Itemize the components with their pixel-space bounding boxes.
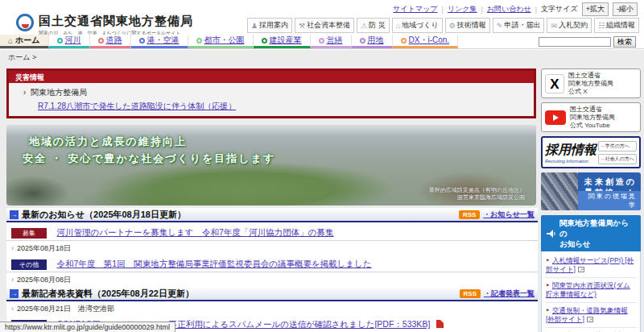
hero-caption-line1: 基幹的広域防災拠点（有明の丘地区）	[429, 186, 525, 193]
sidebar: X 国土交通省 関東地方整備局 公式 X 国土交通省 関東地方整備局 公式 Yo…	[541, 68, 641, 332]
home-icon: ⌂	[8, 36, 13, 45]
list-item: 入札情報サービス(PPI) [外部サイト] ↗	[545, 253, 637, 278]
hero-slogan-line1: 地域の活力と成長の維持向上	[29, 135, 187, 149]
page: サイトマップ| リンク集| お問い合わせ| 文字サイズ +拡大 -縮小 国土交通…	[0, 0, 644, 332]
disaster-info-box: 災害情報 関東地方整備局 R7.1.28八潮市で発生した道路陥没に伴う体制（応援…	[6, 68, 536, 118]
quick-button-label: 組織情報	[606, 20, 635, 31]
nav-tab-roads[interactable]: 道路	[90, 35, 131, 48]
hero-slogan-line2: 安全 ・ 安心で豊かな社会づくりを目指します	[23, 151, 275, 166]
x-banner-line3: 公式 X	[568, 88, 588, 95]
recruit-banner-title: 採用情報	[545, 142, 597, 159]
pdf-icon	[436, 320, 444, 328]
nav-tab-construction[interactable]: 建設産業	[254, 35, 311, 48]
nav-link[interactable]: 用地	[368, 35, 384, 46]
bid-info-link[interactable]: 入札情報サービス(PPI) [外部サイト]	[546, 256, 634, 273]
quick-button-label: 申請・届出	[504, 20, 540, 31]
river-icon	[57, 38, 63, 44]
news-category-badge: 募集	[11, 228, 47, 239]
news-date: 2025年08月08日	[6, 272, 538, 285]
divider: |	[535, 6, 537, 14]
building-repair-icon	[319, 38, 324, 44]
youtube-banner-line1: 国土交通省	[570, 106, 602, 113]
disaster-info-title: 災害情報	[9, 71, 534, 83]
official-youtube-banner[interactable]: 国土交通省 関東地方整備局 公式 YouTube	[541, 102, 641, 132]
nav-tab-city-parks[interactable]: 都市・公園	[188, 35, 254, 48]
nav-link[interactable]: DX・i-Con.	[409, 35, 450, 46]
search-button[interactable]: 検索	[613, 36, 636, 48]
disaster-prevention-button[interactable]: ⚠防 災	[357, 18, 390, 33]
water-resources-link[interactable]: 関東管内水資源状況(ダム貯水量情報など)	[546, 281, 630, 298]
nav-link[interactable]: 河川	[65, 35, 81, 46]
search-input[interactable]	[539, 37, 611, 47]
construction-icon	[262, 38, 267, 44]
notice-header-line1: 関東地方整備局からの	[559, 218, 629, 238]
rss-badge[interactable]: RSS	[459, 210, 480, 219]
technology-button[interactable]: ⚙技術情報	[445, 18, 490, 33]
nav-tab-home[interactable]: ⌂ホーム	[0, 35, 49, 48]
recruit-info-banner[interactable]: 採用情報 Recruiting Information →学生の方へ →社会人の…	[541, 136, 641, 168]
bidding-button[interactable]: ✉入札契約	[547, 18, 592, 33]
news-list-link[interactable]: ・お知らせ一覧	[483, 210, 535, 220]
divider: |	[481, 6, 483, 14]
nav-label: ホーム	[15, 35, 39, 46]
youtube-banner-line2: 関東地方整備局	[570, 114, 615, 121]
list-item: 関東管内水資源状況(ダム貯水量情報など)	[545, 278, 637, 303]
status-url-tooltip: https://www.ktr.mlit.go.jp/guide/guide00…	[0, 322, 175, 332]
bureau-notice-header: 関東地方整備局からの お知らせ	[541, 215, 641, 251]
nav-link[interactable]: 港・空港	[147, 35, 180, 46]
site-search: 検索	[539, 35, 644, 48]
links-collection-link[interactable]: リンク集	[448, 4, 477, 15]
dx-icon	[401, 38, 407, 44]
disaster-org-label: 関東地方整備局	[23, 88, 87, 97]
recruit-guide-button[interactable]: ♟採用案内	[247, 18, 292, 33]
nav-tab-dx-icon[interactable]: DX・i-Con.	[393, 35, 459, 48]
official-x-banner[interactable]: X 国土交通省 関東地方整備局 公式 X	[541, 68, 641, 98]
nav-link[interactable]: 営繕	[327, 35, 343, 46]
infrastructure-button[interactable]: ⚒社会資本整備	[295, 18, 354, 33]
nav-link[interactable]: 道路	[106, 35, 122, 46]
quick-button-label: 採用案内	[259, 20, 288, 31]
disaster-report-link[interactable]: R7.1.28八潮市で発生した道路陥没に伴う体制（応援）	[38, 101, 236, 112]
port-airport-icon	[139, 38, 145, 44]
rss-badge[interactable]: RSS	[460, 289, 481, 298]
hero-banner-image[interactable]: 地域の活力と成長の維持向上 安全 ・ 安心で豊かな社会づくりを目指します 基幹的…	[6, 125, 536, 205]
site-tour-banner[interactable]: 未来創造の 最前線へ！ 関東の現場見学	[541, 172, 641, 210]
font-size-label: 文字サイズ	[541, 4, 578, 15]
nav-tab-ports-airports[interactable]: 港・空港	[131, 35, 188, 48]
font-shrink-button[interactable]: -縮小	[613, 2, 638, 16]
site-brand[interactable]: 国土交通省関東地方整備局 関東の川、みち、港、空港、まちづくりに関するポータルサ…	[16, 14, 193, 37]
application-icon: ✎	[497, 22, 503, 30]
news-link[interactable]: 河川管理のパートナーを募集します 令和7年度「河川協力団体」の募集	[56, 227, 333, 237]
news-link[interactable]: 令和7年度 第1回 関東地方整備局事業評価監視委員会の議事概要を掲載しました	[56, 259, 371, 268]
site-title: 国土交通省関東地方整備局	[39, 14, 193, 29]
font-enlarge-button[interactable]: +拡大	[582, 2, 609, 16]
site-tour-label: 関東の現場見学	[578, 191, 641, 210]
recruit-student-label: 学生の方へ	[605, 143, 630, 148]
bureau-notice-list: 入札情報サービス(PPI) [外部サイト] ↗ 関東管内水資源状況(ダム貯水量情…	[541, 251, 641, 332]
divider: |	[442, 6, 444, 14]
breadcrumb: ホーム >	[8, 52, 36, 63]
road-icon	[98, 38, 104, 44]
press-list-link[interactable]: ・記者発表一覧	[484, 288, 535, 299]
nav-link[interactable]: 都市・公園	[204, 35, 245, 46]
hero-caption-line2: 国営東京臨海広域防災公園	[429, 193, 525, 201]
quick-button-label: 社会資本整備	[307, 20, 350, 31]
contact-link[interactable]: お問い合わせ	[487, 4, 531, 15]
recruit-student-button[interactable]: →学生の方へ	[598, 141, 637, 151]
nav-tab-building-repair[interactable]: 営繕	[311, 35, 352, 48]
mlit-logo-icon	[16, 14, 34, 31]
application-button[interactable]: ✎申請・届出	[493, 18, 545, 33]
community-button[interactable]: ⌂地域づくり	[392, 18, 443, 33]
sitemap-link[interactable]: サイトマップ	[393, 4, 437, 15]
organization-button[interactable]: ☷組織情報	[594, 18, 639, 33]
nav-link[interactable]: 建設産業	[270, 35, 302, 46]
section-arrow-icon: →	[10, 289, 19, 298]
news-row: 募集 河川管理のパートナーを募集します 令和7年度「河川協力団体」の募集	[6, 222, 538, 241]
nav-tab-rivers[interactable]: 河川	[49, 35, 90, 48]
news-category-badge: その他	[11, 259, 47, 270]
technology-icon: ⚙	[449, 22, 456, 30]
recruit-adult-button[interactable]: →社会人の方へ	[598, 154, 637, 164]
x-logo-icon: X	[545, 74, 564, 93]
recruit-icon: ♟	[251, 22, 258, 30]
nav-tab-land[interactable]: 用地	[352, 35, 393, 48]
